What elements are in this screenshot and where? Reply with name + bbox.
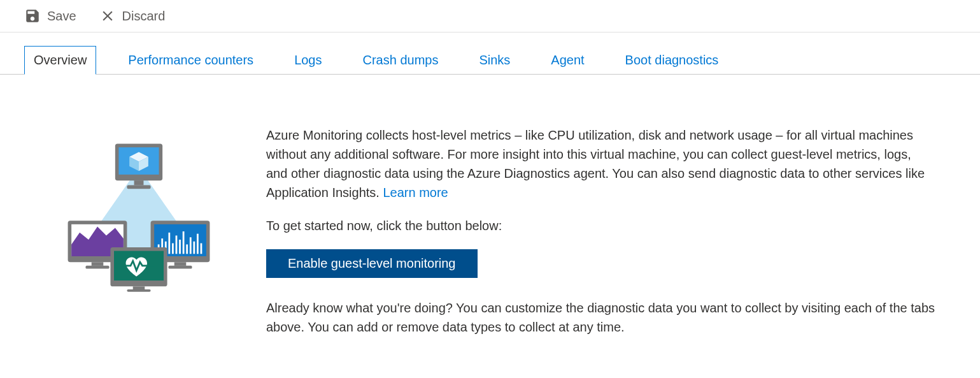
overview-text: Azure Monitoring collects host-level met…: [266, 126, 935, 351]
content-area: Azure Monitoring collects host-level met…: [0, 75, 980, 363]
tab-boot-diagnostics[interactable]: Boot diagnostics: [616, 47, 728, 74]
discard-button[interactable]: Discard: [99, 8, 166, 24]
save-label: Save: [47, 9, 76, 24]
svg-rect-20: [176, 236, 178, 254]
toolbar: Save Discard: [0, 0, 980, 33]
description-text: Azure Monitoring collects host-level met…: [266, 128, 925, 200]
tab-logs[interactable]: Logs: [285, 47, 330, 74]
svg-rect-26: [197, 234, 199, 254]
tab-performance-counters[interactable]: Performance counters: [119, 47, 262, 74]
save-icon: [24, 8, 41, 24]
monitoring-illustration: [24, 126, 222, 301]
svg-rect-33: [127, 289, 150, 292]
svg-rect-19: [172, 244, 174, 254]
svg-rect-29: [168, 266, 192, 269]
get-started-text: To get started now, click the button bel…: [266, 216, 935, 235]
svg-rect-23: [186, 244, 188, 254]
svg-rect-21: [179, 240, 181, 254]
tab-agent[interactable]: Agent: [542, 47, 593, 74]
svg-rect-22: [183, 231, 185, 254]
learn-more-link[interactable]: Learn more: [383, 185, 448, 200]
save-button[interactable]: Save: [24, 8, 76, 24]
svg-rect-32: [133, 286, 145, 289]
svg-rect-18: [168, 233, 170, 254]
tab-crash-dumps[interactable]: Crash dumps: [354, 47, 448, 74]
svg-rect-12: [85, 266, 109, 269]
customize-text: Already know what you're doing? You can …: [266, 298, 935, 337]
svg-rect-28: [174, 262, 187, 266]
svg-rect-24: [190, 237, 192, 254]
svg-rect-3: [134, 180, 144, 185]
close-icon: [99, 8, 116, 24]
discard-label: Discard: [122, 9, 166, 24]
tab-overview[interactable]: Overview: [24, 46, 96, 75]
svg-rect-11: [92, 262, 104, 266]
tabs-bar: Overview Performance counters Logs Crash…: [0, 45, 980, 75]
tab-sinks[interactable]: Sinks: [470, 47, 519, 74]
svg-rect-27: [201, 244, 202, 254]
svg-rect-25: [193, 242, 195, 254]
description-paragraph: Azure Monitoring collects host-level met…: [266, 126, 935, 202]
enable-guest-monitoring-button[interactable]: Enable guest-level monitoring: [266, 249, 478, 278]
svg-rect-4: [127, 185, 150, 189]
